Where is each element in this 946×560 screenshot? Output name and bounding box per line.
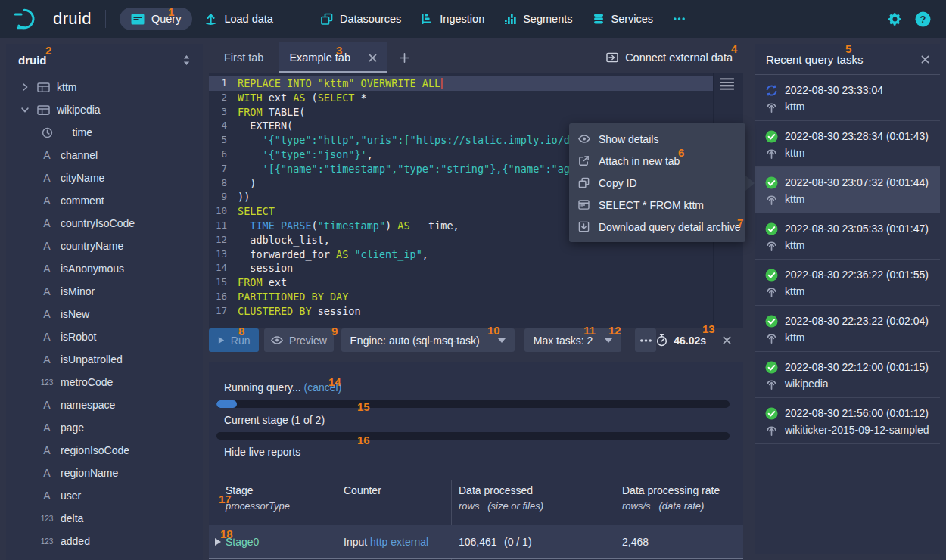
task-item[interactable]: 2022-08-30 22:23:22 (0:02:04)kttm xyxy=(755,306,940,352)
schema-item-isunpatrolled[interactable]: AisUnpatrolled xyxy=(6,348,203,371)
col-header-rate: Data processing rate xyxy=(622,484,720,496)
task-timestamp: 2022-08-30 21:56:00 (0:01:12) xyxy=(785,407,929,419)
task-item[interactable]: 2022-08-30 22:36:22 (0:01:55)kttm xyxy=(755,260,940,306)
schema-item-page[interactable]: Apage xyxy=(6,416,203,439)
schema-item-isrobot[interactable]: AisRobot xyxy=(6,325,203,348)
stage-progress-bar xyxy=(216,432,730,440)
code-text: )) xyxy=(238,190,250,204)
code-line-14[interactable]: 14 session xyxy=(209,261,743,275)
schema-item-label: isAnonymous xyxy=(61,263,124,275)
run-button[interactable]: Run xyxy=(209,328,259,352)
code-text: TIME_PARSE("timestamp") AS __time, xyxy=(238,219,459,233)
chevron-down-icon[interactable] xyxy=(20,105,30,114)
task-item[interactable]: 2022-08-30 23:07:32 (0:01:44)kttm xyxy=(755,167,940,213)
preview-label: Preview xyxy=(289,334,327,347)
schema-item-isanonymous[interactable]: AisAnonymous xyxy=(6,257,203,280)
tab-example[interactable]: Example tab xyxy=(279,42,387,73)
task-success-icon xyxy=(765,407,778,420)
tab-first[interactable]: First tab xyxy=(209,42,279,73)
code-line-1[interactable]: 1REPLACE INTO "kttm" OVERWRITE ALL xyxy=(209,76,743,91)
editor-menu-icon[interactable] xyxy=(719,78,735,90)
task-datasource: kttm xyxy=(785,285,804,297)
sort-icon[interactable] xyxy=(182,54,191,66)
add-tab-icon[interactable] xyxy=(400,53,409,63)
schema-item-regionisocode[interactable]: AregionIsoCode xyxy=(6,439,203,462)
schema-item-label: isNew xyxy=(61,308,89,320)
schema-item-isnew[interactable]: AisNew xyxy=(6,303,203,325)
task-item[interactable]: 2022-08-30 21:56:00 (0:01:12)wikiticker-… xyxy=(755,398,940,444)
schema-item-delta[interactable]: 123delta xyxy=(6,507,203,530)
menu-item-download-query-detail-archive[interactable]: Download query detail archive xyxy=(569,216,745,238)
nav-label: Load data xyxy=(224,13,273,25)
schema-item-comment[interactable]: Acomment xyxy=(6,189,203,212)
number-column-icon: 123 xyxy=(39,515,54,523)
task-item[interactable]: 2022-08-30 23:33:04kttm xyxy=(755,75,940,121)
menu-item-label: Copy ID xyxy=(599,177,637,189)
task-item[interactable]: 2022-08-30 23:28:34 (0:01:43)kttm xyxy=(755,121,940,167)
code-line-2[interactable]: 2WITH ext AS (SELECT * xyxy=(209,91,743,105)
code-line-3[interactable]: 3FROM TABLE( xyxy=(209,105,743,120)
query-more-button[interactable] xyxy=(635,328,656,352)
connect-external-data-button[interactable]: Connect external data xyxy=(606,51,733,64)
schema-item-added[interactable]: 123added xyxy=(6,530,203,552)
code-text: EXTERN( xyxy=(238,119,293,133)
annotation-16: 16 xyxy=(357,434,370,446)
schema-item-cityname[interactable]: AcityName xyxy=(6,166,203,189)
run-bar: Run Preview Engine: auto (sql-msq-task) … xyxy=(209,328,743,352)
stage-row[interactable]: Stage0 Input http external 106,461 (0 / … xyxy=(209,525,743,559)
nav-item-load-data[interactable]: Load data xyxy=(204,12,273,26)
results-close-icon[interactable] xyxy=(723,336,731,344)
schema-item-kttm[interactable]: kttm xyxy=(6,76,203,98)
schema-item-time[interactable]: __time xyxy=(6,121,203,144)
max-tasks-dropdown[interactable]: Max tasks: 2 xyxy=(524,328,622,352)
help-icon[interactable]: ? xyxy=(915,11,931,27)
code-line-15[interactable]: 15FROM ext xyxy=(209,275,743,290)
current-stage-label: Current stage (1 of 2) xyxy=(224,414,325,426)
task-item[interactable]: 2022-08-30 22:12:00 (0:01:15)wikipedia xyxy=(755,352,940,398)
code-line-13[interactable]: 13 forwarded_for AS "client_ip", xyxy=(209,247,743,262)
chevron-right-icon[interactable] xyxy=(20,82,30,92)
schema-item-countryisocode[interactable]: AcountryIsoCode xyxy=(6,212,203,235)
nav-more-button[interactable] xyxy=(673,17,686,21)
text-cursor xyxy=(441,78,443,89)
code-line-17[interactable]: 17CLUSTERED BY session xyxy=(209,304,743,319)
hide-live-reports-link[interactable]: Hide live reports xyxy=(224,446,300,458)
gear-icon[interactable] xyxy=(888,12,902,26)
schema-item-countryname[interactable]: AcountryName xyxy=(6,235,203,257)
nav-item-segments[interactable]: Segments xyxy=(504,13,572,25)
code-line-16[interactable]: 16PARTITIONED BY DAY xyxy=(209,290,743,304)
tasks-panel-close-icon[interactable] xyxy=(921,55,929,64)
menu-item-show-details[interactable]: Show details xyxy=(569,128,745,150)
task-item[interactable]: 2022-08-30 23:05:33 (0:01:47)kttm xyxy=(755,213,940,260)
schema-item-label: wikipedia xyxy=(57,104,101,116)
schema-item-channel[interactable]: Achannel xyxy=(6,144,203,166)
task-timestamp: 2022-08-30 23:05:33 (0:01:47) xyxy=(785,222,929,235)
schema-item-user[interactable]: Auser xyxy=(6,484,203,507)
nav-item-services[interactable]: Services xyxy=(593,13,654,25)
rows-cell: 106,461 xyxy=(459,536,497,548)
menu-item-copy-id[interactable]: Copy ID xyxy=(569,172,745,194)
header-right: ? xyxy=(888,11,946,27)
ingest-icon xyxy=(765,101,778,113)
line-number: 9 xyxy=(209,190,238,204)
timer-value: 46.02s xyxy=(674,334,706,347)
string-column-icon: A xyxy=(39,285,54,297)
nav-item-query[interactable]: Query xyxy=(120,8,193,30)
schema-item-label: isMinor xyxy=(61,285,95,297)
schema-item-isminor[interactable]: AisMinor xyxy=(6,280,203,303)
schema-item-metrocode[interactable]: 123metroCode xyxy=(6,371,203,394)
tab-close-icon[interactable] xyxy=(369,54,377,62)
schema-item-regionname[interactable]: AregionName xyxy=(6,462,203,484)
schema-item-wikipedia[interactable]: wikipedia xyxy=(6,98,203,121)
nav-item-datasources[interactable]: Datasources xyxy=(321,13,401,25)
schema-item-namespace[interactable]: Anamespace xyxy=(6,394,203,416)
line-number: 12 xyxy=(209,233,238,247)
menu-item-attach-in-new-tab[interactable]: Attach in new tab xyxy=(569,150,745,172)
preview-button[interactable]: Preview xyxy=(264,328,333,352)
line-number: 6 xyxy=(209,148,238,162)
menu-item-select-from-kttm[interactable]: SELECT * FROM kttm xyxy=(569,194,745,216)
task-success-icon xyxy=(765,130,778,143)
line-number: 4 xyxy=(209,119,238,133)
nav-item-ingestion[interactable]: Ingestion xyxy=(421,13,484,25)
counter-link[interactable]: http external xyxy=(370,536,428,548)
